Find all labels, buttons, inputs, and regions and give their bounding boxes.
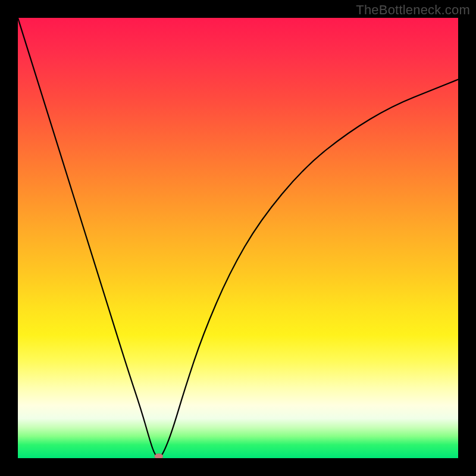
watermark-text: TheBottleneck.com (356, 2, 470, 18)
curve-layer (18, 18, 458, 458)
optimal-point-marker (155, 454, 163, 459)
chart-frame: TheBottleneck.com (0, 0, 476, 476)
plot-area (18, 18, 458, 458)
bottleneck-curve (18, 18, 458, 457)
